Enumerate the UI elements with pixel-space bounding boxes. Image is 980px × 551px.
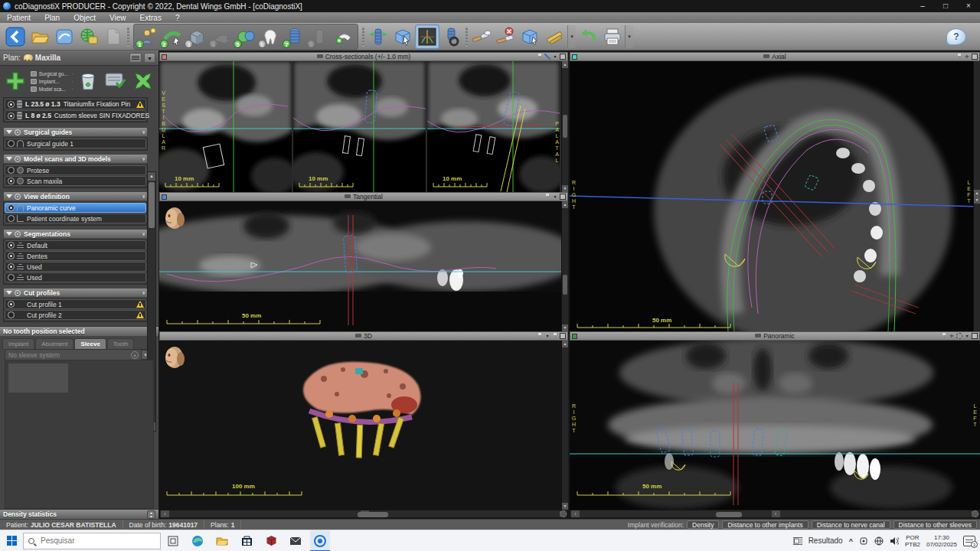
tab-abutment[interactable]: Abutment <box>35 338 74 349</box>
panoramic-view[interactable]: 50 mm RIGHT LEFT <box>570 341 980 510</box>
quick-item-surgical[interactable]: Surgical gu...· <box>31 70 74 77</box>
item-cut-profile-1[interactable]: Cut profile 1 <box>5 299 146 309</box>
item-radio[interactable] <box>8 274 15 281</box>
edge-button[interactable] <box>188 530 207 551</box>
open-plan-button[interactable] <box>28 24 52 49</box>
measure-button[interactable] <box>543 24 567 49</box>
tangential-scrollbar[interactable]: ▲ ▼ <box>561 201 568 331</box>
item-protese[interactable]: Protese <box>5 165 146 175</box>
pencil-icon[interactable] <box>544 54 550 60</box>
scroll-thumb[interactable] <box>358 512 388 517</box>
item-segmentation-used-2[interactable]: Used <box>5 272 146 282</box>
item-radio[interactable] <box>8 263 15 270</box>
item-surgical-guide-1[interactable]: Surgical guide 1 <box>5 139 146 148</box>
item-radio[interactable] <box>8 253 15 259</box>
item-radio[interactable] <box>8 167 15 174</box>
add-implant-button[interactable] <box>366 24 390 49</box>
panoramic-hscrollbar[interactable]: ‹ › <box>570 510 980 518</box>
item-patient-coordinate-system[interactable]: Patient coordinate system <box>5 214 146 223</box>
step-curve-button[interactable]: 2 <box>160 24 185 49</box>
mail-button[interactable] <box>286 530 305 551</box>
item-radio[interactable] <box>8 140 15 147</box>
three-d-header[interactable]: 3D ▾ <box>159 331 568 341</box>
menu-view[interactable]: View <box>103 14 133 22</box>
screw-remove-button[interactable] <box>494 24 518 49</box>
undo-button[interactable] <box>576 24 600 49</box>
tab-sleeve[interactable]: Sleeve <box>74 338 106 349</box>
panoramic-view-button[interactable] <box>415 24 439 49</box>
sleeve-button[interactable] <box>439 24 464 49</box>
axial-scrollbar[interactable]: ▲ ▼ <box>973 61 980 331</box>
language-indicator[interactable]: PORPTB2 <box>905 534 920 548</box>
back-button[interactable] <box>3 24 28 49</box>
start-button[interactable] <box>0 530 23 551</box>
double-chevron-icon[interactable]: » <box>140 233 147 235</box>
minimize-button[interactable]: – <box>911 0 934 12</box>
codiagnostix-taskbar-button[interactable] <box>310 530 330 551</box>
scroll-thumb[interactable] <box>716 512 742 517</box>
app-tray-icon[interactable] <box>859 536 868 546</box>
caret-icon[interactable]: ▾ <box>964 333 970 339</box>
menu-help[interactable]: ? <box>168 14 187 22</box>
orientation-head-icon[interactable] <box>164 206 185 233</box>
eye-icon[interactable] <box>537 333 543 339</box>
caret-icon[interactable]: ▾ <box>552 54 558 60</box>
pin-icon[interactable] <box>537 54 543 60</box>
tangential-header[interactable]: Tangential ▾ <box>159 192 568 201</box>
scroll-left-icon[interactable]: ‹ <box>161 510 169 517</box>
spinner-control[interactable]: ▲▼ <box>147 510 155 519</box>
print-button[interactable] <box>600 24 625 49</box>
section-header[interactable]: View definition » <box>3 191 148 201</box>
network-icon[interactable] <box>874 536 884 546</box>
item-radio[interactable] <box>8 242 15 249</box>
maximize-icon[interactable] <box>972 54 978 60</box>
cross-sectionals-view[interactable]: 10 mm 10 mm 10 mm VE <box>159 61 568 192</box>
step-four-button[interactable]: 4 <box>209 24 234 49</box>
plan-wizard-button[interactable] <box>52 24 77 49</box>
gear-icon[interactable] <box>972 510 978 517</box>
double-chevron-icon[interactable]: » <box>140 158 147 160</box>
verify-distance-sleeves-button[interactable]: Distance to other sleeves <box>893 520 977 529</box>
quick-item-model[interactable]: Model sca...· <box>31 85 74 93</box>
axial-view[interactable]: 50 mm RIGHT LEFT ▲ ▼ <box>570 61 980 331</box>
file-explorer-button[interactable] <box>212 530 232 551</box>
scroll-thumb[interactable] <box>149 182 155 228</box>
properties-button[interactable] <box>103 68 128 94</box>
cross-slice-3[interactable]: 10 mm <box>427 61 560 192</box>
tray-chevron[interactable]: ^ <box>849 537 853 545</box>
sleeve-system-select[interactable]: No sleeve system × ▼ <box>5 349 154 360</box>
scroll-thumb[interactable] <box>563 115 567 138</box>
item-segmentation-default[interactable]: Default <box>5 240 146 250</box>
visibility-radio[interactable] <box>8 112 15 119</box>
document-button[interactable] <box>101 24 126 49</box>
section-header[interactable]: Model scans and 3D models » <box>3 154 148 164</box>
step-spheres-button[interactable]: 5 <box>234 24 258 49</box>
plan-list-button[interactable] <box>129 53 142 63</box>
three-d-scrollbar[interactable]: ▲ ▼ <box>561 341 568 510</box>
delete-object-button[interactable] <box>76 68 101 94</box>
maximize-icon[interactable] <box>560 54 566 60</box>
menu-plan[interactable]: Plan <box>38 14 67 22</box>
item-radio[interactable] <box>8 311 15 318</box>
widget-icon[interactable] <box>793 536 802 546</box>
scroll-left-icon[interactable]: ‹ <box>571 510 580 517</box>
notification-button[interactable]: 3 <box>963 536 975 546</box>
quick-item-implant[interactable]: Implant...· <box>31 77 74 85</box>
cross-sectionals-header[interactable]: Cross-sectionals (+/- 1.0 mm) ▾ <box>159 52 568 61</box>
measure-dropdown[interactable]: ▾ <box>567 25 576 48</box>
item-radio[interactable] <box>8 215 15 222</box>
clear-icon[interactable]: × <box>131 351 139 359</box>
guide-step-button[interactable] <box>332 24 356 49</box>
item-radio[interactable] <box>8 301 15 308</box>
scroll-up-icon[interactable]: ▲ <box>562 201 568 208</box>
scroll-right-icon[interactable]: › <box>772 510 780 517</box>
scroll-up-icon[interactable]: ▲ <box>974 190 980 197</box>
three-d-hscrollbar[interactable]: ‹ › <box>159 510 568 518</box>
step-volume-button[interactable]: 3 <box>185 24 209 49</box>
menu-extras[interactable]: Extras <box>133 14 168 22</box>
tangential-view[interactable]: 50 mm ▲ ▼ <box>159 201 568 331</box>
help-button[interactable]: ? <box>946 28 966 45</box>
print-dropdown[interactable]: ▾ <box>625 25 633 48</box>
item-panoramic-curve[interactable]: Panoramic curve <box>5 203 146 213</box>
item-cut-profile-2[interactable]: Cut profile 2 <box>5 310 146 320</box>
